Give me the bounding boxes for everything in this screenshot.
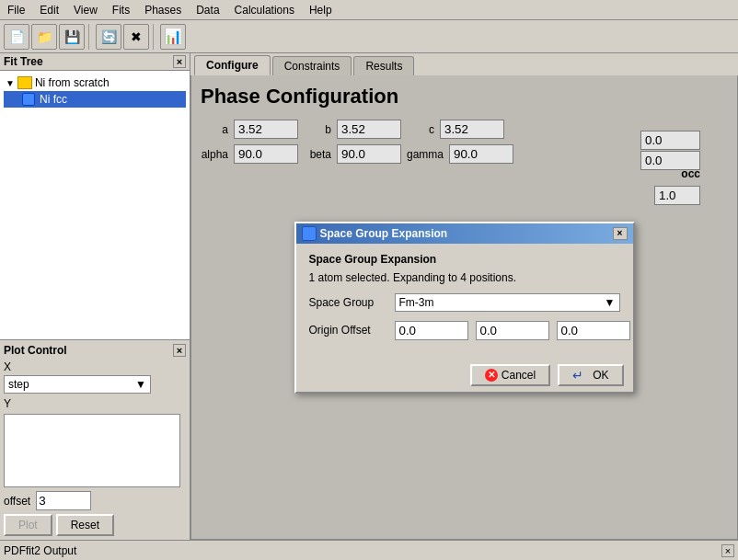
- plot-control-close[interactable]: ×: [173, 344, 186, 357]
- menu-help[interactable]: Help: [306, 3, 336, 17]
- plot-control-header: Plot Control ×: [4, 344, 186, 357]
- tab-results[interactable]: Results: [353, 56, 414, 75]
- bottom-output: PDFfit2 Output ×: [0, 540, 738, 560]
- y-label: Y: [4, 397, 186, 410]
- chart-button[interactable]: 📊: [160, 24, 186, 50]
- origin-offset-row: Origin Offset: [309, 321, 620, 340]
- x-dropdown-value: step: [8, 378, 29, 391]
- menubar: File Edit View Fits Phases Data Calculat…: [0, 0, 738, 20]
- tabs: Configure Constraints Results: [190, 53, 738, 75]
- reset-button[interactable]: Reset: [56, 514, 114, 536]
- fit-tree-close[interactable]: ×: [173, 55, 186, 68]
- new-button[interactable]: 📄: [4, 24, 29, 50]
- fit-tree-header: Fit Tree ×: [0, 53, 190, 71]
- open-button[interactable]: 📁: [31, 24, 57, 50]
- origin-offset-x[interactable]: [395, 321, 468, 340]
- refresh-button[interactable]: 🔄: [96, 24, 121, 50]
- space-group-value: Fm-3m: [399, 296, 434, 309]
- main-layout: Fit Tree × ▼ Ni from scratch Ni fcc Plot…: [0, 53, 738, 540]
- tab-configure[interactable]: Configure: [194, 55, 271, 75]
- cancel-label: Cancel: [502, 369, 536, 382]
- menu-edit[interactable]: Edit: [36, 3, 63, 17]
- x-label: X: [4, 360, 186, 373]
- menu-file[interactable]: File: [4, 3, 29, 17]
- plot-control: Plot Control × X step ▼ Y offset Plot Re…: [0, 339, 190, 540]
- offset-label: offset: [4, 495, 30, 508]
- cancel-button[interactable]: ✕ Cancel: [470, 364, 550, 386]
- left-panel: Fit Tree × ▼ Ni from scratch Ni fcc Plot…: [0, 53, 190, 540]
- dialog-titlebar: Space Group Expansion ×: [296, 223, 633, 244]
- tab-constraints[interactable]: Constraints: [272, 56, 352, 75]
- space-group-arrow: ▼: [605, 296, 616, 309]
- ok-button[interactable]: ↵ OK: [558, 364, 623, 386]
- output-close[interactable]: ×: [721, 544, 734, 557]
- menu-calculations[interactable]: Calculations: [231, 3, 298, 17]
- offset-row: offset: [4, 491, 186, 510]
- cancel-icon: ✕: [485, 369, 498, 382]
- x-dropdown[interactable]: step ▼: [4, 375, 151, 394]
- menu-data[interactable]: Data: [192, 3, 223, 17]
- atom-icon: [22, 93, 35, 106]
- fit-tree-title: Fit Tree: [4, 55, 43, 68]
- save-button[interactable]: 💾: [59, 24, 85, 50]
- plot-button[interactable]: Plot: [4, 514, 52, 536]
- right-panel: Configure Constraints Results Phase Conf…: [190, 53, 738, 540]
- tree-item-label: Ni from scratch: [35, 76, 110, 89]
- plot-control-title: Plot Control: [4, 344, 67, 357]
- offset-input[interactable]: [36, 491, 91, 510]
- tree-arrow: ▼: [6, 78, 15, 88]
- dialog-body: Space Group Expansion 1 atom selected. E…: [296, 244, 633, 359]
- menu-fits[interactable]: Fits: [109, 3, 133, 17]
- space-group-row: Space Group Fm-3m ▼: [309, 293, 620, 312]
- tree-item-label-nifcc: Ni fcc: [40, 93, 67, 106]
- space-group-select[interactable]: Fm-3m ▼: [395, 293, 620, 312]
- fit-tree-content: ▼ Ni from scratch Ni fcc: [0, 71, 190, 339]
- stop-button[interactable]: ✖: [123, 24, 149, 50]
- menu-view[interactable]: View: [70, 3, 101, 17]
- dialog-close-button[interactable]: ×: [613, 227, 628, 240]
- toolbar: 📄 📁 💾 🔄 ✖ 📊: [0, 20, 738, 53]
- folder-icon: [17, 76, 32, 89]
- tree-item-ni-from-scratch[interactable]: ▼ Ni from scratch: [4, 74, 186, 91]
- menu-phases[interactable]: Phases: [141, 3, 185, 17]
- phase-content: Phase Configuration a b c alpha beta gam…: [190, 75, 738, 540]
- dialog-title: Space Group Expansion: [320, 227, 448, 240]
- dialog-buttons: ✕ Cancel ↵ OK: [296, 359, 633, 392]
- dialog-overlay: Space Group Expansion × Space Group Expa…: [191, 75, 737, 539]
- origin-offset-label: Origin Offset: [309, 324, 387, 337]
- space-group-dialog: Space Group Expansion × Space Group Expa…: [294, 222, 635, 394]
- plot-buttons: Plot Reset: [4, 514, 186, 536]
- tree-item-ni-fcc[interactable]: Ni fcc: [4, 91, 186, 108]
- dialog-section-title: Space Group Expansion: [309, 253, 620, 266]
- plot-canvas: [4, 414, 180, 487]
- origin-offset-z[interactable]: [557, 321, 630, 340]
- dialog-icon: [302, 226, 317, 241]
- space-group-label: Space Group: [309, 296, 387, 309]
- output-label: PDFfit2 Output: [4, 544, 76, 557]
- ok-label: OK: [593, 369, 608, 382]
- origin-offset-y[interactable]: [476, 321, 549, 340]
- ok-icon: ↵: [572, 369, 589, 382]
- dialog-info: 1 atom selected. Expanding to 4 position…: [309, 271, 620, 284]
- x-dropdown-arrow: ▼: [135, 378, 146, 391]
